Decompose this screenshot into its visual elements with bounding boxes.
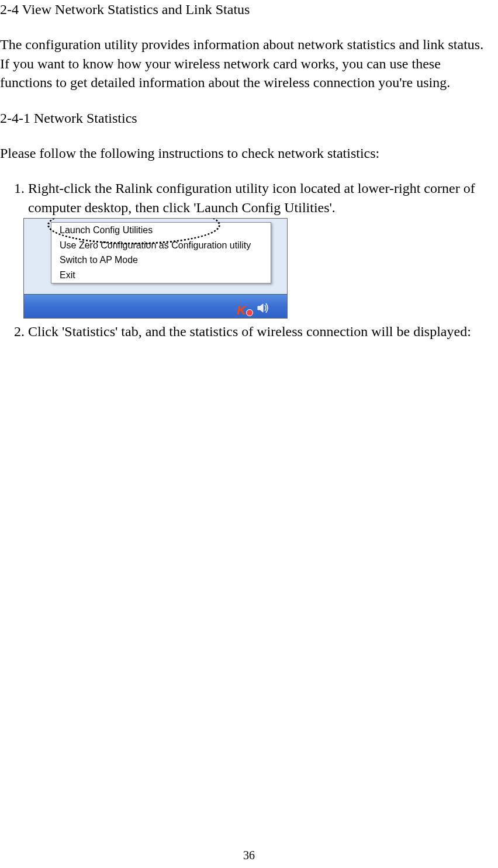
instruction-intro: Please follow the following instructions…	[0, 144, 492, 162]
system-tray: K	[237, 302, 269, 314]
intro-paragraph: The configuration utility provides infor…	[0, 35, 492, 92]
speaker-icon[interactable]	[257, 302, 269, 314]
menu-item-exit[interactable]: Exit	[51, 268, 271, 283]
subsection-heading: 2-4-1 Network Statistics	[0, 109, 492, 127]
context-menu-figure: Launch Config Utilities Use Zero Configu…	[23, 218, 492, 319]
step-1-text: Right-click the Ralink configuration uti…	[28, 181, 475, 215]
step-2: Click 'Statistics' tab, and the statisti…	[28, 322, 492, 341]
context-menu-window: Launch Config Utilities Use Zero Configu…	[23, 218, 288, 319]
menu-item-launch-config[interactable]: Launch Config Utilities	[51, 223, 271, 238]
context-menu: Launch Config Utilities Use Zero Configu…	[51, 222, 271, 283]
section-heading: 2-4 View Network Statistics and Link Sta…	[0, 0, 492, 19]
step-2-text: Click 'Statistics' tab, and the statisti…	[28, 324, 471, 339]
menu-item-switch-ap[interactable]: Switch to AP Mode	[51, 253, 271, 268]
page-number: 36	[0, 848, 498, 863]
step-1: Right-click the Ralink configuration uti…	[28, 179, 492, 319]
taskbar: K	[24, 294, 287, 318]
menu-item-zero-config[interactable]: Use Zero Configuration as Configuration …	[51, 238, 271, 253]
ralink-tray-icon[interactable]: K	[237, 302, 250, 314]
instruction-list: Right-click the Ralink configuration uti…	[0, 179, 492, 341]
